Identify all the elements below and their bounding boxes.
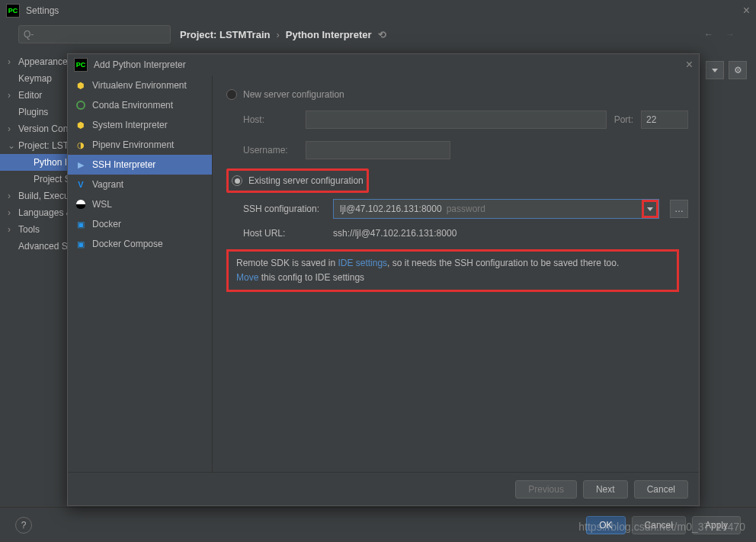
chevron-right-icon: ›: [276, 29, 279, 40]
previous-button[interactable]: Previous: [515, 480, 577, 499]
ssh-config-dropdown[interactable]: ljl@47.102.216.131:8000 password: [333, 199, 659, 219]
pipenv-icon: ◑: [75, 140, 86, 150]
item-pipenv[interactable]: ◑Pipenv Environment: [68, 135, 212, 155]
modal-right-panel: New server configuration Host: Port: 22 …: [213, 75, 699, 472]
apply-button[interactable]: Apply: [692, 516, 741, 534]
main-titlebar: PC Settings ×: [0, 0, 756, 21]
item-vagrant[interactable]: VVagrant: [68, 175, 212, 194]
docker-icon: ▣: [75, 219, 86, 229]
ide-settings-link[interactable]: IDE settings: [338, 258, 387, 268]
search-input[interactable]: Q-: [18, 25, 171, 43]
info-text-pre: Remote SDK is saved in: [236, 258, 338, 268]
modal-titlebar: PC Add Python Interpreter ×: [68, 54, 699, 75]
search-placeholder-text: Q-: [24, 29, 34, 40]
username-label: Username:: [243, 145, 298, 156]
ok-button[interactable]: OK: [586, 516, 625, 534]
radio-new-label: New server configuration: [243, 89, 344, 100]
interpreter-dropdown-button[interactable]: [706, 61, 724, 79]
pycharm-logo-icon: PC: [6, 4, 20, 18]
gear-icon[interactable]: ⚙: [729, 61, 747, 79]
settings-bottom-bar: ? OK Cancel Apply: [0, 507, 756, 542]
next-button[interactable]: Next: [583, 480, 628, 499]
cancel-button[interactable]: Cancel: [632, 516, 686, 534]
pycharm-logo-icon: PC: [74, 58, 88, 72]
info-text-mid: , so it needs the SSH configuration to b…: [387, 258, 619, 268]
ssh-icon: ▶: [75, 159, 86, 170]
breadcrumb: Project: LSTMTrain › Python Interpreter …: [180, 29, 386, 40]
item-docker[interactable]: ▣Docker: [68, 214, 212, 234]
move-link[interactable]: Move: [236, 272, 258, 283]
window-title: Settings: [26, 5, 59, 16]
radio-icon: [226, 89, 237, 100]
vagrant-icon: V: [75, 179, 86, 190]
ssh-config-suffix: password: [447, 204, 485, 214]
docker-compose-icon: ▣: [75, 239, 86, 249]
close-icon[interactable]: ×: [743, 4, 750, 18]
back-arrow-icon[interactable]: ←: [701, 27, 716, 42]
port-label: Port:: [614, 114, 633, 125]
modal-footer: Previous Next Cancel: [68, 472, 699, 505]
breadcrumb-leaf[interactable]: Python Interpreter: [286, 29, 372, 40]
modal-title: Add Python Interpreter: [94, 59, 186, 70]
item-conda[interactable]: Conda Environment: [68, 95, 212, 115]
add-interpreter-modal: PC Add Python Interpreter × ⬢Virtualenv …: [67, 53, 700, 506]
dropdown-arrow-highlight[interactable]: [642, 200, 658, 218]
radio-new-server[interactable]: New server configuration: [226, 86, 688, 103]
item-system[interactable]: ⬢System Interpreter: [68, 115, 212, 135]
settings-toolbar: Q- Project: LSTMTrain › Python Interpret…: [0, 21, 756, 47]
item-virtualenv[interactable]: ⬢Virtualenv Environment: [68, 75, 212, 95]
info-text-post: this config to IDE settings: [258, 272, 364, 283]
host-label: Host:: [243, 114, 298, 125]
radio-existing-label: Existing server configuration: [248, 175, 364, 186]
python-icon: ⬢: [75, 120, 86, 130]
info-message-highlight: Remote SDK is saved in IDE settings, so …: [226, 249, 679, 292]
host-input[interactable]: [306, 111, 607, 129]
username-input[interactable]: [306, 141, 450, 159]
modal-cancel-button[interactable]: Cancel: [634, 480, 688, 499]
reset-icon[interactable]: ⟲: [378, 29, 386, 40]
ssh-config-label: SSH configuration:: [243, 204, 325, 214]
modal-close-icon[interactable]: ×: [686, 58, 693, 72]
radio-existing-server[interactable]: Existing server configuration: [232, 172, 364, 189]
forward-arrow-icon[interactable]: →: [722, 27, 738, 42]
radio-checked-icon: [232, 175, 242, 186]
chevron-down-icon: [647, 207, 653, 211]
interpreter-type-list: ⬢Virtualenv Environment Conda Environmen…: [68, 75, 213, 472]
browse-button[interactable]: …: [670, 200, 688, 218]
item-wsl[interactable]: WSL: [68, 194, 212, 214]
breadcrumb-root[interactable]: Project: LSTMTrain: [180, 29, 270, 40]
python-icon: ⬢: [75, 80, 86, 91]
item-ssh[interactable]: ▶SSH Interpreter: [68, 155, 212, 175]
host-url-label: Host URL:: [243, 228, 325, 239]
item-docker-compose[interactable]: ▣Docker Compose: [68, 234, 212, 254]
tux-icon: [75, 199, 86, 210]
port-input[interactable]: 22: [641, 111, 688, 129]
conda-icon: [75, 100, 86, 111]
help-icon[interactable]: ?: [15, 517, 32, 534]
host-url-value: ssh://ljl@47.102.216.131:8000: [333, 228, 456, 239]
radio-existing-highlight: Existing server configuration: [226, 168, 369, 193]
ssh-config-value: ljl@47.102.216.131:8000: [340, 204, 442, 214]
